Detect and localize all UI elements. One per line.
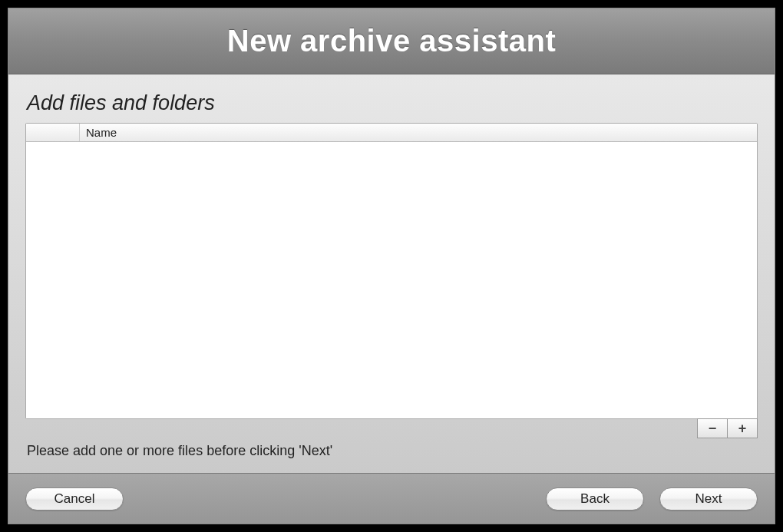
back-button[interactable]: Back bbox=[546, 487, 644, 511]
section-subtitle: Add files and folders bbox=[25, 91, 758, 115]
content-area: Add files and folders Name − + Please ad… bbox=[8, 74, 775, 473]
column-name-header[interactable]: Name bbox=[80, 124, 757, 141]
next-button[interactable]: Next bbox=[659, 487, 758, 511]
table-body[interactable] bbox=[26, 142, 757, 418]
archive-assistant-window: New archive assistant Add files and fold… bbox=[8, 8, 775, 524]
table-header: Name bbox=[26, 124, 757, 142]
cancel-button[interactable]: Cancel bbox=[25, 487, 124, 511]
remove-button[interactable]: − bbox=[697, 418, 728, 438]
plus-icon: + bbox=[738, 421, 747, 437]
footer-bar: Cancel Back Next bbox=[8, 473, 775, 524]
add-button[interactable]: + bbox=[727, 418, 758, 438]
footer-left: Cancel bbox=[25, 487, 546, 511]
column-indicator[interactable] bbox=[26, 124, 80, 141]
title-bar: New archive assistant bbox=[8, 8, 775, 74]
file-list-table: Name bbox=[25, 123, 758, 419]
add-remove-toolbar: − + bbox=[25, 418, 758, 438]
minus-icon: − bbox=[709, 421, 717, 437]
window-title: New archive assistant bbox=[227, 24, 557, 58]
footer-right: Back Next bbox=[546, 487, 758, 511]
hint-text: Please add one or more files before clic… bbox=[25, 438, 758, 473]
